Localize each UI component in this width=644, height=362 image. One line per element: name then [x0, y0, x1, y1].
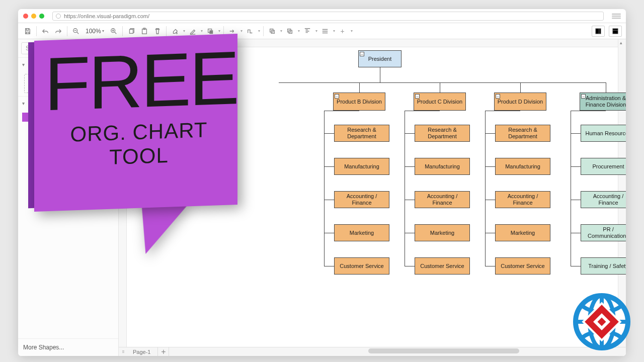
site-identity-icon [56, 14, 61, 19]
macos-close-dot[interactable] [23, 14, 28, 19]
fill-color-button[interactable] [170, 26, 181, 37]
org-child-0-0[interactable]: Research & Department [334, 125, 389, 142]
format-panel-toggle[interactable] [592, 26, 605, 37]
save-button[interactable] [22, 26, 33, 37]
org-swatch-row [22, 113, 114, 122]
org-child-3-0[interactable]: Human Resources [581, 125, 626, 142]
svg-rect-2 [129, 29, 133, 33]
browser-titlebar: https://online.visual-paradigm.com/ [18, 9, 626, 23]
org-division-3[interactable]: Administration & Finance Division– [580, 93, 626, 111]
svg-rect-11 [596, 28, 601, 34]
shapes-sidebar: Se Sc Or More Shapes... [18, 39, 119, 356]
collapse-icon[interactable]: – [581, 94, 586, 99]
collapse-icon[interactable]: – [496, 94, 500, 99]
org-child-1-3[interactable]: Marketing [415, 224, 470, 241]
org-child-1-0[interactable]: Research & Department [415, 125, 470, 142]
waypoint-style-button[interactable] [245, 26, 256, 37]
line-color-button[interactable] [187, 26, 198, 37]
org-division-0[interactable]: Product B Division– [333, 93, 385, 111]
delete-button[interactable] [152, 26, 163, 37]
to-front-button[interactable] [267, 26, 278, 37]
diagram-canvas[interactable]: President–Product B Division–Research & … [127, 47, 618, 347]
org-child-3-1[interactable]: Procurement [581, 158, 626, 175]
collapse-icon[interactable]: – [335, 94, 339, 99]
horizontal-ruler [119, 39, 618, 47]
page-tab-1[interactable]: Page-1 [126, 347, 158, 356]
scratchpad-slot[interactable] [24, 74, 55, 93]
shadow-button[interactable] [205, 26, 216, 37]
undo-button[interactable] [40, 26, 51, 37]
redo-button[interactable] [53, 26, 64, 37]
zoom-out-button[interactable] [70, 26, 82, 37]
shape-search-input[interactable]: Se [21, 42, 115, 54]
page-tab-grip[interactable] [121, 350, 126, 353]
zoom-in-button[interactable] [108, 26, 119, 37]
app-toolbar: 100% ▾ ▾ ▾ ▾ ▾ ▾ ▾ ▾ ▾ ▾ +▾ [18, 23, 626, 39]
connector-style-button[interactable] [227, 26, 238, 37]
svg-rect-6 [209, 30, 213, 34]
swatch-0[interactable] [22, 113, 35, 122]
panel-orgchart[interactable]: Or [18, 96, 118, 110]
org-child-0-1[interactable]: Manufacturing [334, 158, 389, 175]
org-child-1-4[interactable]: Customer Service [415, 257, 470, 275]
org-child-0-3[interactable]: Marketing [334, 224, 389, 241]
outline-panel-toggle[interactable] [609, 26, 622, 37]
address-bar[interactable]: https://online.visual-paradigm.com/ [52, 12, 604, 21]
vertical-ruler [119, 47, 127, 347]
zoom-level[interactable]: 100% ▾ [84, 28, 106, 35]
distribute-button[interactable] [319, 26, 331, 37]
chevron-down-icon: ▾ [102, 29, 104, 33]
zoom-text: 100% [86, 28, 101, 35]
org-child-2-1[interactable]: Manufacturing [495, 158, 550, 175]
add-page-button[interactable]: + [158, 347, 169, 356]
org-child-2-3[interactable]: Marketing [495, 224, 550, 241]
org-division-1[interactable]: Product C Division– [414, 93, 466, 111]
more-shapes-button[interactable]: More Shapes... [18, 338, 118, 356]
align-button[interactable] [302, 26, 313, 37]
org-child-1-1[interactable]: Manufacturing [415, 158, 470, 175]
visual-paradigm-logo [572, 292, 632, 352]
browser-menu-icon[interactable] [612, 12, 621, 21]
horizontal-scrollbar[interactable] [237, 347, 626, 356]
swatch-1[interactable] [35, 113, 48, 122]
copy-button[interactable] [126, 26, 137, 37]
to-back-button[interactable] [284, 26, 295, 37]
org-child-2-2[interactable]: Accounting / Finance [495, 191, 550, 208]
insert-button[interactable]: + [337, 26, 348, 37]
org-child-2-0[interactable]: Research & Department [495, 125, 550, 142]
org-root[interactable]: President– [358, 50, 401, 67]
macos-zoom-dot[interactable] [39, 14, 44, 19]
collapse-icon[interactable]: – [415, 94, 420, 99]
org-child-3-2[interactable]: Accounting / Finance [581, 191, 626, 208]
collapse-icon[interactable]: – [360, 52, 364, 56]
org-child-0-2[interactable]: Accounting / Finance [334, 191, 389, 208]
panel-scratchpad[interactable]: Sc [18, 57, 118, 71]
org-child-3-4[interactable]: Training / Safety [581, 257, 626, 275]
statusbar: Page-1 + [119, 347, 626, 356]
canvas-area: ▴ President–Product B Division–Research … [119, 39, 626, 356]
paste-button[interactable] [139, 26, 150, 37]
app-window: https://online.visual-paradigm.com/ 100%… [18, 9, 626, 356]
main-area: Se Sc Or More Shapes... ▴ President–Prod… [18, 39, 626, 356]
url-text: https://online.visual-paradigm.com/ [64, 13, 149, 19]
svg-rect-12 [613, 28, 618, 34]
macos-minimize-dot[interactable] [31, 14, 36, 19]
org-child-1-2[interactable]: Accounting / Finance [415, 191, 470, 208]
org-division-2[interactable]: Product D Division– [494, 93, 546, 111]
org-child-2-4[interactable]: Customer Service [495, 257, 550, 275]
org-child-0-4[interactable]: Customer Service [334, 257, 389, 275]
org-child-3-3[interactable]: PR / Communications [581, 224, 626, 241]
